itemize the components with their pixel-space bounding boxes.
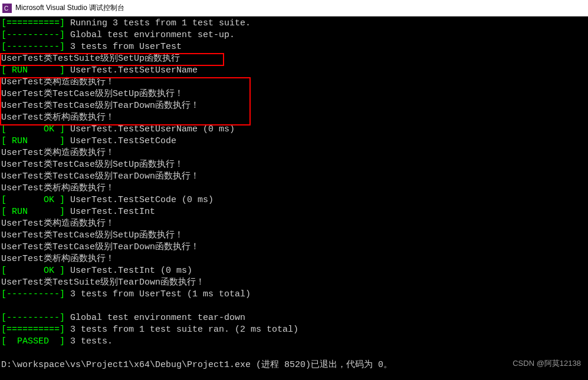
console-line: D:\workspace\vs\Project1\x64\Debug\Proje…	[1, 359, 588, 371]
console-line: [==========] Running 3 tests from 1 test…	[1, 18, 588, 29]
console-tag: [ OK ]	[1, 124, 65, 134]
console-text: UserTest.TestSetUserName (0 ms)	[65, 124, 235, 134]
console-text: UserTest类TestCase级别TearDown函数执行！	[1, 171, 199, 181]
console-text: UserTest类TestSuite级别TearDown函数执行！	[1, 277, 205, 288]
console-text: 3 tests from UserTest (1 ms total)	[65, 289, 251, 299]
window-titlebar: C Microsoft Visual Studio 调试控制台	[0, 0, 588, 16]
console-text: UserTest类析构函数执行！	[1, 113, 114, 123]
console-text: 3 tests from 1 test suite ran. (2 ms tot…	[65, 325, 298, 335]
console-line: UserTest类析构函数执行！	[1, 253, 588, 265]
console-text: Global test environment tear-down	[65, 313, 245, 323]
console-text: D:\workspace\vs\Project1\x64\Debug\Proje…	[1, 360, 392, 370]
console-tag: [----------]	[1, 289, 65, 299]
console-text: 3 tests.	[65, 336, 113, 346]
console-tag: [ RUN ]	[1, 207, 65, 217]
console-line: UserTest类构造函数执行！	[1, 147, 588, 159]
console-text: UserTest.TestSetUserName	[65, 65, 198, 75]
console-tag: [----------]	[1, 30, 65, 40]
console-output[interactable]: [==========] Running 3 tests from 1 test…	[0, 16, 588, 380]
console-line: [ OK ] UserTest.TestInt (0 ms)	[1, 265, 588, 277]
console-line: UserTest类TestCase级别SetUp函数执行！	[1, 230, 588, 242]
console-line: [ PASSED ] 3 tests.	[1, 336, 588, 348]
console-line: [ RUN ] UserTest.TestSetUserName	[1, 65, 588, 77]
console-line: UserTest类TestCase级别TearDown函数执行！	[1, 171, 588, 183]
console-line: UserTest类TestCase级别TearDown函数执行！	[1, 242, 588, 253]
console-line: UserTest类TestSuite级别SetUp函数执行	[1, 53, 588, 65]
console-line: UserTest类构造函数执行！	[1, 77, 588, 88]
console-tag: [ RUN ]	[1, 65, 65, 75]
console-tag: [==========]	[1, 325, 65, 335]
console-line: UserTest类TestCase级别SetUp函数执行！	[1, 88, 588, 100]
console-text: UserTest类析构函数执行！	[1, 183, 114, 193]
console-text: UserTest类构造函数执行！	[1, 219, 114, 229]
console-text: UserTest.TestInt	[65, 207, 155, 217]
console-tag: [ OK ]	[1, 266, 65, 276]
console-line	[1, 348, 588, 359]
console-text: UserTest.TestInt (0 ms)	[65, 266, 192, 276]
console-line: UserTest类TestCase级别TearDown函数执行！	[1, 100, 588, 112]
console-line: UserTest类析构函数执行！	[1, 112, 588, 124]
console-text: UserTest类TestCase级别TearDown函数执行！	[1, 101, 199, 111]
console-line: [----------] Global test environment set…	[1, 29, 588, 41]
console-text: UserTest类构造函数执行！	[1, 148, 114, 158]
console-tag: [==========]	[1, 18, 65, 28]
console-text: UserTest类TestCase级别SetUp函数执行！	[1, 230, 183, 240]
console-text: UserTest类TestCase级别SetUp函数执行！	[1, 89, 183, 99]
console-text: UserTest.TestSetCode	[65, 136, 176, 146]
console-line: [ OK ] UserTest.TestSetUserName (0 ms)	[1, 124, 588, 136]
console-tag: [ OK ]	[1, 195, 65, 205]
console-line: UserTest类构造函数执行！	[1, 218, 588, 230]
console-text: UserTest类TestCase级别TearDown函数执行！	[1, 242, 199, 252]
console-tag: [ PASSED ]	[1, 336, 65, 346]
console-tag: [----------]	[1, 42, 65, 52]
console-line: [ RUN ] UserTest.TestSetCode	[1, 136, 588, 147]
app-icon: C	[2, 4, 12, 13]
window-title: Microsoft Visual Studio 调试控制台	[15, 3, 124, 13]
console-line: [----------] Global test environment tea…	[1, 312, 588, 324]
console-tag: [ RUN ]	[1, 136, 65, 146]
console-text: Global test environment set-up.	[65, 30, 235, 40]
console-text: Running 3 tests from 1 test suite.	[65, 18, 251, 28]
console-line: UserTest类TestCase级别SetUp函数执行！	[1, 159, 588, 171]
console-text: UserTest类TestSuite级别SetUp函数执行	[1, 54, 180, 64]
console-line: [----------] 3 tests from UserTest (1 ms…	[1, 289, 588, 300]
console-line: UserTest类析构函数执行！	[1, 183, 588, 194]
console-text: UserTest类析构函数执行！	[1, 254, 114, 264]
console-text: UserTest.TestSetCode (0 ms)	[65, 195, 213, 205]
console-line	[1, 300, 588, 312]
console-line: [ RUN ] UserTest.TestInt	[1, 206, 588, 218]
console-line: UserTest类TestSuite级别TearDown函数执行！	[1, 277, 588, 289]
console-text: UserTest类TestCase级别SetUp函数执行！	[1, 160, 183, 170]
console-text: UserTest类构造函数执行！	[1, 77, 114, 87]
console-line: [----------] 3 tests from UserTest	[1, 41, 588, 53]
console-tag: [----------]	[1, 313, 65, 323]
svg-text:C: C	[4, 5, 8, 12]
console-text: 3 tests from UserTest	[65, 42, 182, 52]
console-line: [ OK ] UserTest.TestSetCode (0 ms)	[1, 194, 588, 206]
console-line: [==========] 3 tests from 1 test suite r…	[1, 324, 588, 336]
